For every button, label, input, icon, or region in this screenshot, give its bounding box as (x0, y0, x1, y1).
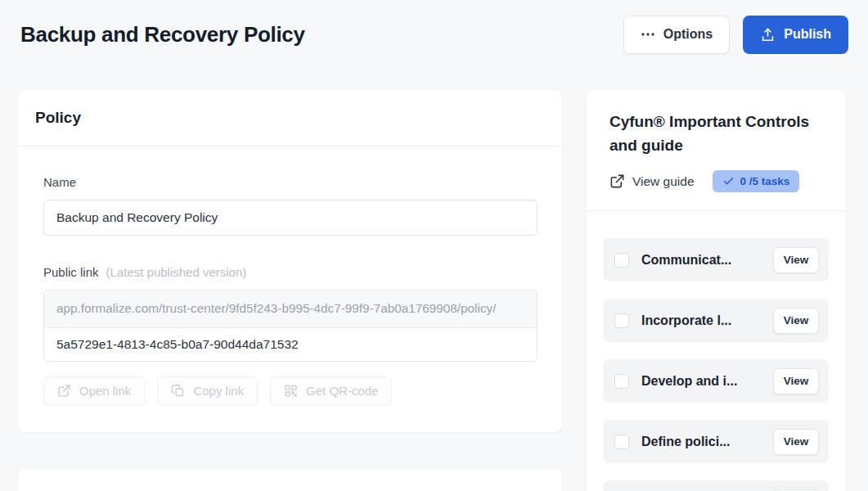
task-item: Define polici... View (603, 420, 829, 463)
task-item: Incorporate l... View (603, 299, 829, 342)
task-view-button[interactable]: View (773, 308, 819, 334)
policy-name-input[interactable] (43, 200, 537, 236)
tasks-list: Communicat... View Incorporate l... View… (587, 211, 845, 491)
policy-card-title: Policy (18, 90, 562, 146)
publish-button-label: Publish (784, 27, 831, 42)
page-header: Backup and Recovery Policy Options Publi… (0, 0, 868, 59)
public-link-section: Public link (Latest published version) a… (43, 265, 537, 406)
external-link-icon (57, 384, 71, 398)
tasks-badge-label: 0 /5 tasks (740, 175, 790, 187)
task-view-button[interactable]: View (773, 368, 819, 394)
task-label: Define polici... (641, 435, 761, 449)
copy-link-button[interactable]: Copy link (157, 376, 258, 406)
ellipsis-icon (641, 27, 655, 42)
task-item: View (603, 480, 829, 491)
guide-title: Cyfun® Important Controls and guide (609, 110, 822, 157)
tasks-progress-badge: 0 /5 tasks (713, 170, 800, 192)
get-qr-code-label: Get QR-code (306, 384, 378, 398)
task-label: Incorporate l... (641, 313, 761, 328)
task-view-button[interactable]: View (773, 429, 819, 455)
name-label: Name (43, 175, 537, 189)
qr-code-icon (284, 384, 298, 398)
copy-icon (171, 384, 185, 398)
task-view-button[interactable]: View (773, 247, 819, 273)
task-label: Develop and i... (641, 374, 761, 389)
public-link-slug-input[interactable] (44, 328, 537, 361)
task-item: Develop and i... View (603, 359, 829, 403)
public-link-prefix: app.formalize.com/trust-center/9fd5f243-… (44, 291, 537, 328)
public-link-hint: (Latest published version) (106, 265, 247, 279)
open-link-button[interactable]: Open link (43, 376, 145, 406)
right-column: Cyfun® Important Controls and guide View… (587, 90, 845, 491)
left-column: Policy Name Public link (Latest publishe… (18, 90, 562, 491)
guide-header: Cyfun® Important Controls and guide View… (587, 90, 845, 211)
task-checkbox[interactable] (614, 435, 629, 449)
policy-card-body: Name Public link (Latest published versi… (18, 146, 562, 432)
link-actions: Open link Copy link (43, 376, 537, 406)
task-label: Communicat... (641, 253, 761, 268)
external-link-icon (609, 173, 625, 189)
publish-button[interactable]: Publish (743, 16, 848, 54)
task-checkbox[interactable] (614, 313, 629, 328)
view-guide-link[interactable]: View guide (609, 173, 695, 189)
task-checkbox[interactable] (614, 253, 629, 268)
page-title: Backup and Recovery Policy (20, 22, 305, 47)
view-guide-label: View guide (632, 174, 695, 189)
check-icon (722, 175, 735, 187)
guide-card: Cyfun® Important Controls and guide View… (587, 90, 845, 491)
task-item: Communicat... View (603, 238, 829, 282)
task-checkbox[interactable] (614, 374, 629, 389)
header-actions: Options Publish (623, 16, 848, 54)
open-link-label: Open link (79, 384, 131, 398)
options-button-label: Options (663, 27, 713, 42)
get-qr-code-button[interactable]: Get QR-code (270, 376, 392, 406)
upload-icon (760, 27, 776, 43)
policy-card: Policy Name Public link (Latest publishe… (18, 90, 562, 432)
options-button[interactable]: Options (623, 16, 730, 54)
public-link-label: Public link (43, 265, 99, 279)
copy-link-label: Copy link (193, 384, 244, 398)
main-content: Policy Name Public link (Latest publishe… (0, 90, 868, 491)
next-section-card-peek (18, 469, 562, 491)
public-link-group: app.formalize.com/trust-center/9fd5f243-… (43, 290, 537, 362)
